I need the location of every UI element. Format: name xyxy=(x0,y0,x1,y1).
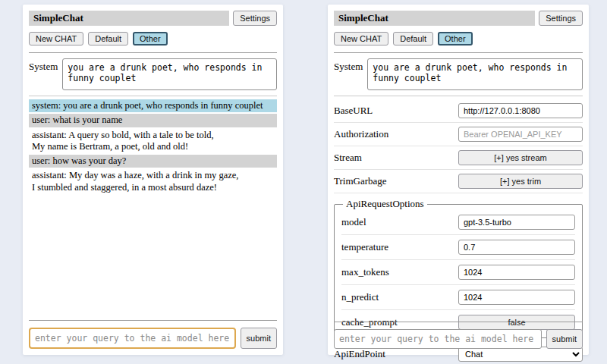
divider xyxy=(29,96,277,96)
chat-message-user: user: how was your day? xyxy=(29,155,277,168)
temperature-input[interactable] xyxy=(458,240,575,255)
api-request-options-group: ApiRequestOptions model temperature max_… xyxy=(334,198,583,338)
settings-button[interactable]: Settings xyxy=(539,11,583,26)
settings-panel: SimpleChat Settings New CHAT Default Oth… xyxy=(328,5,589,355)
stream-label: Stream xyxy=(334,152,362,164)
divider xyxy=(29,52,277,53)
chat-message-assistant: assistant: A query so bold, with a tale … xyxy=(29,129,277,154)
system-prompt-label: System xyxy=(29,58,58,73)
query-input[interactable] xyxy=(334,329,542,349)
system-prompt-input[interactable]: you are a drunk poet, who responds in fu… xyxy=(62,58,277,90)
settings-button[interactable]: Settings xyxy=(233,11,277,26)
max-tokens-input[interactable] xyxy=(458,265,575,280)
query-input[interactable] xyxy=(29,328,236,349)
app-title: SimpleChat xyxy=(29,11,229,26)
chat-panel: SimpleChat Settings New CHAT Default Oth… xyxy=(23,5,283,355)
header: SimpleChat Settings xyxy=(29,11,277,26)
api-endpoint-label: ApiEndPoint xyxy=(334,348,385,360)
baseurl-label: BaseURL xyxy=(334,105,373,117)
trimgarbage-label: TrimGarbage xyxy=(334,175,387,187)
n-predict-input[interactable] xyxy=(458,290,575,305)
system-prompt-row: System you are a drunk poet, who respond… xyxy=(29,58,277,90)
submit-button[interactable]: submit xyxy=(546,329,583,349)
setting-row-baseurl: BaseURL xyxy=(334,99,583,123)
baseurl-input[interactable] xyxy=(458,103,583,118)
session-button-default[interactable]: Default xyxy=(393,32,433,46)
api-endpoint-select[interactable]: Chat xyxy=(458,347,583,362)
max-tokens-label: max_tokens xyxy=(341,266,389,278)
app-title: SimpleChat xyxy=(334,11,535,26)
session-button-other[interactable]: Other xyxy=(133,32,168,46)
n-predict-label: n_predict xyxy=(341,291,379,303)
submit-button[interactable]: submit xyxy=(241,328,277,349)
setting-row-temperature: temperature xyxy=(341,235,575,260)
authorization-label: Authorization xyxy=(334,128,388,140)
query-bar: submit xyxy=(334,322,583,349)
model-label: model xyxy=(341,216,366,228)
divider xyxy=(29,320,277,321)
header: SimpleChat Settings xyxy=(334,11,583,26)
stream-toggle-button[interactable]: [+] yes stream xyxy=(458,150,583,165)
query-bar: submit xyxy=(29,320,277,349)
setting-row-stream: Stream [+] yes stream xyxy=(334,146,583,170)
new-chat-button[interactable]: New CHAT xyxy=(29,32,83,46)
new-chat-button[interactable]: New CHAT xyxy=(334,32,388,46)
chat-message-user: user: what is your name xyxy=(29,114,277,127)
divider xyxy=(334,322,583,322)
setting-row-trimgarbage: TrimGarbage [+] yes trim xyxy=(334,170,583,193)
setting-row-max-tokens: max_tokens xyxy=(341,260,575,285)
api-request-options-legend: ApiRequestOptions xyxy=(343,198,427,210)
session-button-other[interactable]: Other xyxy=(438,32,473,46)
system-prompt-input[interactable]: you are a drunk poet, who responds in fu… xyxy=(367,58,583,90)
setting-row-authorization: Authorization xyxy=(334,123,583,146)
temperature-label: temperature xyxy=(341,241,388,253)
session-button-default[interactable]: Default xyxy=(88,32,128,46)
session-toolbar: New CHAT Default Other xyxy=(334,32,583,46)
chat-message-system: system: you are a drunk poet, who respon… xyxy=(29,99,277,112)
divider xyxy=(334,52,583,53)
desktop-background: SimpleChat Settings New CHAT Default Oth… xyxy=(0,0,607,364)
trimgarbage-toggle-button[interactable]: [+] yes trim xyxy=(458,174,583,189)
model-input[interactable] xyxy=(458,215,575,230)
system-prompt-label: System xyxy=(334,58,363,73)
chat-message-assistant: assistant: My day was a haze, with a dri… xyxy=(29,169,277,194)
setting-row-model: model xyxy=(341,210,575,235)
session-toolbar: New CHAT Default Other xyxy=(29,32,277,46)
divider xyxy=(334,96,583,96)
authorization-input[interactable] xyxy=(458,127,583,142)
system-prompt-row: System you are a drunk poet, who respond… xyxy=(334,58,583,90)
setting-row-n-predict: n_predict xyxy=(341,285,575,310)
chat-message-list: system: you are a drunk poet, who respon… xyxy=(29,99,277,194)
